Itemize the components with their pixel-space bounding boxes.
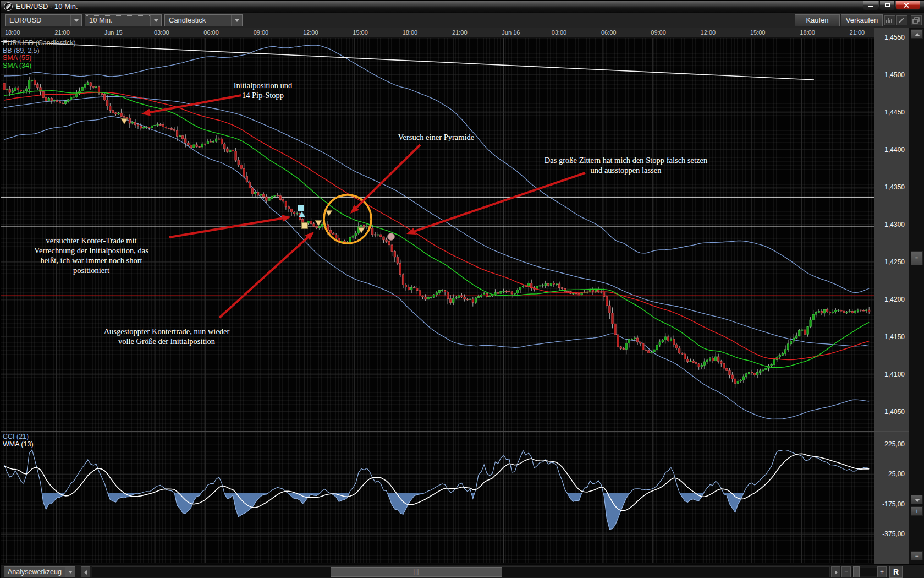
window-title: EUR/USD - 10 Min.	[16, 2, 78, 10]
vertical-zoom-out-button[interactable]: −	[911, 551, 923, 560]
app-logo-icon	[4, 2, 13, 11]
restore-button[interactable]	[879, 1, 895, 10]
title-bar[interactable]: EUR/USD - 10 Min.	[1, 1, 924, 13]
buy-button[interactable]: Kaufen	[795, 14, 840, 26]
cci-axis-label: -175,00	[882, 500, 905, 508]
time-axis-label: 15:00	[353, 29, 368, 36]
axis-divider	[875, 431, 909, 432]
cci-axis-label: 25,00	[888, 470, 905, 478]
time-axis-label: 21:00	[452, 29, 468, 36]
chart-style-dropdown[interactable]: Candlestick	[164, 14, 243, 26]
cci-panel[interactable]: CCI (21)WMA (13)	[1, 432, 874, 563]
time-axis-label: 18:00	[5, 29, 20, 36]
dropdown-arrow-icon[interactable]	[231, 15, 242, 26]
time-axis-label: 21:00	[850, 29, 865, 36]
instrument-value: EUR/USD	[9, 16, 42, 24]
close-button[interactable]	[896, 1, 920, 10]
sell-button[interactable]: Verkaufen	[841, 14, 883, 26]
chart-window: EUR/USD - 10 Min. EUR/USD 10 Min. Candle…	[0, 0, 924, 578]
instrument-dropdown[interactable]: EUR/USD	[5, 14, 82, 26]
vertical-scrollbar[interactable]: ≡ + −	[909, 28, 924, 564]
time-axis-label: Jun 16	[502, 29, 520, 36]
time-axis-label: 06:00	[601, 29, 617, 36]
price-axis-label: 1,4100	[884, 370, 905, 378]
scroll-up-button[interactable]	[911, 29, 923, 39]
time-axis[interactable]: 18:0021:00Jun 1503:0006:0009:0012:0015:0…	[1, 28, 874, 38]
price-axis-label: 1,4250	[884, 258, 905, 266]
price-axis-label: 1,4450	[884, 108, 905, 116]
price-axis-label: 1,4550	[884, 34, 905, 41]
time-zoom-in-button[interactable]: +	[877, 566, 887, 577]
analysis-tool-value: Analysewerkzeug	[8, 568, 62, 576]
price-axis-label: 1,4300	[884, 221, 905, 228]
time-axis-label: 18:00	[403, 29, 418, 36]
dropdown-arrow-icon[interactable]	[70, 15, 81, 26]
vertical-zoom-in-button[interactable]: +	[911, 506, 923, 516]
time-axis-label: 15:00	[750, 29, 766, 36]
cci-axis-label: -375,00	[882, 530, 905, 538]
draw-pencil-icon[interactable]	[897, 15, 908, 25]
scroll-down-button[interactable]	[911, 495, 923, 504]
time-axis-label: 18:00	[800, 29, 815, 36]
bottom-bar: Analysewerkzeug ||| − + R	[1, 564, 924, 578]
chart-style-value: Candlestick	[169, 16, 206, 24]
time-zoom-thumb[interactable]	[853, 566, 860, 577]
price-axis[interactable]: 1,45501,45001,44501,44001,43501,43001,42…	[874, 28, 909, 564]
time-axis-label: 09:00	[651, 29, 666, 36]
scroll-left-button[interactable]	[81, 566, 90, 577]
reset-button[interactable]: R	[889, 566, 903, 578]
interval-dropdown[interactable]: 10 Min.	[85, 14, 162, 26]
interval-value: 10 Min.	[89, 16, 113, 24]
cci-plot	[1, 432, 874, 563]
market-depth-icon[interactable]	[884, 15, 895, 25]
cci-axis-label: 225,00	[884, 440, 905, 448]
price-axis-label: 1,4200	[884, 296, 905, 303]
time-axis-label: 06:00	[204, 29, 219, 36]
scroll-right-button[interactable]	[831, 566, 840, 577]
new-window-icon[interactable]	[911, 15, 922, 25]
dropdown-arrow-icon[interactable]	[150, 15, 161, 26]
time-axis-label: 03:00	[552, 29, 567, 36]
horizontal-scroll-thumb[interactable]: |||	[331, 567, 502, 577]
toolbar: EUR/USD 10 Min. Candlestick Kaufen Verka…	[1, 13, 924, 28]
price-chart[interactable]: EUR/USD (Candlestick)BB (89, 2,5)SMA (55…	[1, 38, 874, 431]
time-axis-label: 09:00	[254, 29, 269, 36]
time-axis-label: 12:00	[701, 29, 716, 36]
price-axis-label: 1,4400	[884, 146, 905, 154]
time-axis-label: 12:00	[303, 29, 318, 36]
minimize-button[interactable]	[863, 1, 878, 10]
price-axis-label: 1,4150	[884, 333, 905, 341]
analysis-tool-dropdown[interactable]: Analysewerkzeug	[4, 566, 75, 577]
price-axis-label: 1,4500	[884, 71, 905, 79]
price-axis-label: 1,4050	[884, 408, 905, 416]
time-zoom-out-button[interactable]: −	[842, 566, 851, 577]
time-axis-label: 21:00	[54, 29, 70, 36]
vertical-scroll-thumb[interactable]: ≡	[911, 251, 923, 265]
price-axis-label: 1,4350	[884, 183, 905, 191]
time-axis-label: 03:00	[154, 29, 169, 36]
candlestick-plot	[1, 38, 874, 431]
dropdown-arrow-icon[interactable]	[65, 567, 75, 577]
time-axis-label: Jun 15	[105, 29, 123, 36]
